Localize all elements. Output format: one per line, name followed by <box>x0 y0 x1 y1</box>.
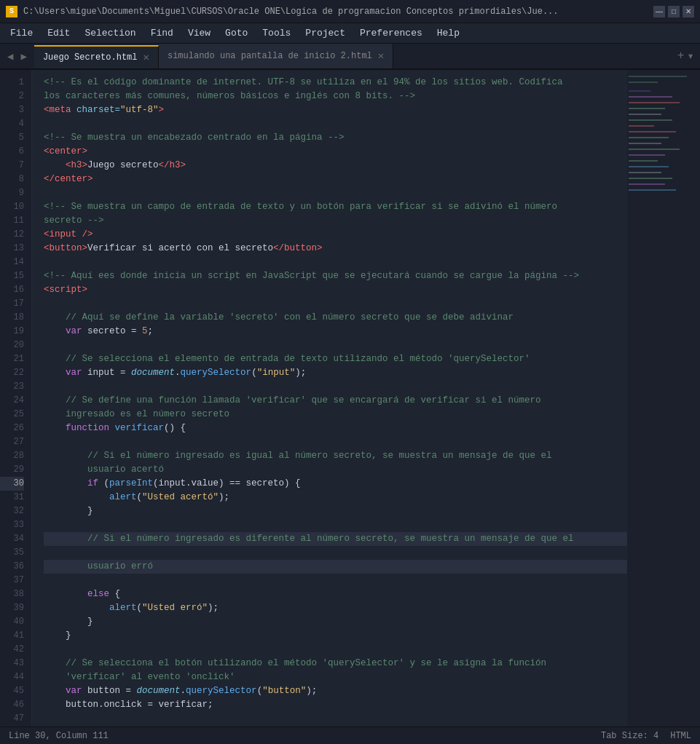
close-button[interactable]: ✕ <box>683 6 694 17</box>
line-num-31: 31 <box>0 491 24 504</box>
menu-goto[interactable]: Goto <box>218 25 255 41</box>
code-line-25b: usuario acertó <box>44 464 164 475</box>
menu-preferences[interactable]: Preferences <box>353 25 430 41</box>
line-num-34: 34 <box>0 532 24 546</box>
line-num-9: 9 <box>0 186 24 200</box>
code-line-10: <input /> <box>44 229 93 240</box>
menu-view[interactable]: View <box>181 25 218 41</box>
code-line-16: // Aquí se define la variable 'secreto' … <box>44 312 514 322</box>
add-tab-button[interactable]: + <box>677 50 685 63</box>
code-line-30: // Si el número ingresado es diferente a… <box>44 532 627 546</box>
svg-rect-12 <box>629 143 661 144</box>
close-tab-juego[interactable]: ✕ <box>143 52 149 63</box>
line-num-38: 38 <box>0 587 24 601</box>
line-num-21: 21 <box>0 352 24 366</box>
menu-edit[interactable]: Edit <box>40 25 77 41</box>
line-num-24: 24 <box>0 394 24 408</box>
line-num-12: 12 <box>0 228 24 242</box>
line-num-45: 45 <box>0 684 24 698</box>
line-num-43: 43 <box>0 657 24 670</box>
code-line-20: var input = document.querySelector("inpu… <box>44 368 306 378</box>
maximize-button[interactable]: □ <box>668 6 680 17</box>
code-line-30b: usuario erró <box>44 560 627 574</box>
code-line-26: if (parseInt(input.value) == secreto) { <box>44 478 301 488</box>
status-right: Tab Size: 4 HTML <box>601 731 691 741</box>
line-num-27: 27 <box>0 435 24 449</box>
prev-tab-arrow[interactable]: ◀ <box>4 49 16 64</box>
svg-rect-11 <box>629 137 669 138</box>
line-num-22: 22 <box>0 366 24 380</box>
titlebar: S C:\Users\migue\Documents\Miguel\CURSOS… <box>0 0 700 23</box>
code-line-34: } <box>44 630 71 641</box>
status-tab-size: Tab Size: 4 <box>601 731 658 741</box>
next-tab-arrow[interactable]: ▶ <box>17 49 29 64</box>
menu-selection[interactable]: Selection <box>77 25 143 41</box>
line-num-32: 32 <box>0 504 24 518</box>
menu-project[interactable]: Project <box>298 25 353 41</box>
line-num-28: 28 <box>0 449 24 463</box>
menubar: File Edit Selection Find View Goto Tools… <box>0 23 700 44</box>
line-num-36: 36 <box>0 560 24 574</box>
svg-rect-9 <box>629 125 654 127</box>
line-num-39: 39 <box>0 601 24 615</box>
code-line-28: } <box>44 506 93 516</box>
line-num-7: 7 <box>0 159 24 173</box>
line-num-13: 13 <box>0 242 24 256</box>
line-num-18: 18 <box>0 311 24 325</box>
tabbar: ◀ ▶ Juego Secreto.html ✕ simulando una p… <box>0 44 700 70</box>
tab-dropdown-button[interactable]: ▾ <box>687 49 694 63</box>
line-num-44: 44 <box>0 670 24 684</box>
line-num-48: 48 <box>0 726 24 727</box>
code-line-1: <!-- Es el código dominante de internet.… <box>44 77 563 87</box>
svg-rect-14 <box>629 154 665 156</box>
line-num-11: 11 <box>0 214 24 228</box>
svg-rect-20 <box>629 189 676 191</box>
status-left: Line 30, Column 111 <box>9 731 109 741</box>
line-numbers: 1 2 3 4 5 6 7 8 9 10 11 12 13 14 15 16 1… <box>0 70 32 727</box>
line-num-30: 30 <box>0 477 24 491</box>
menu-help[interactable]: Help <box>430 25 467 41</box>
app-icon-label: S <box>9 7 14 15</box>
minimap-visual <box>627 70 700 696</box>
line-num-14: 14 <box>0 256 24 269</box>
line-num-42: 42 <box>0 643 24 657</box>
tab-label-juego: Juego Secreto.html <box>43 52 138 63</box>
line-num-8: 8 <box>0 173 24 186</box>
code-line-2: <meta charset="utf-8"> <box>44 105 164 115</box>
close-tab-simulando[interactable]: ✕ <box>378 51 384 61</box>
line-num-29: 29 <box>0 463 24 477</box>
window-title: C:\Users\migue\Documents\Miguel\CURSOS\O… <box>23 7 648 17</box>
code-line-19: // Se selecciona el elemento de entrada … <box>44 354 530 364</box>
svg-rect-4 <box>629 96 672 98</box>
menu-file[interactable]: File <box>3 25 40 41</box>
minimize-button[interactable]: — <box>653 6 665 17</box>
tab-juego-secreto[interactable]: Juego Secreto.html ✕ <box>34 45 159 68</box>
code-area[interactable]: <!-- Es el código dominante de internet.… <box>32 70 627 727</box>
line-num-40: 40 <box>0 615 24 629</box>
code-line-5: <center> <box>44 146 87 157</box>
code-line-23: function verificar() { <box>44 423 186 433</box>
line-num-4: 4 <box>0 117 24 131</box>
tab-actions: + ▾ <box>672 44 700 68</box>
line-num-15: 15 <box>0 269 24 283</box>
line-num-25: 25 <box>0 408 24 422</box>
menu-find[interactable]: Find <box>143 25 181 41</box>
svg-rect-7 <box>629 114 661 115</box>
code-line-27: alert("Usted acertó"); <box>44 492 229 502</box>
line-num-5: 5 <box>0 131 24 145</box>
code-line-22b: ingresado es el número secreto <box>44 409 229 419</box>
code-line-14: <script> <box>44 285 87 295</box>
tab-label-simulando: simulando una pantalla de inicio 2.html <box>168 51 372 61</box>
tab-nav-arrows: ◀ ▶ <box>0 44 34 68</box>
svg-rect-2 <box>629 82 658 83</box>
code-line-4: <!-- Se muestra un encabezado centrado e… <box>44 132 345 143</box>
tab-simulando[interactable]: simulando una pantalla de inicio 2.html … <box>159 44 393 68</box>
line-num-2: 2 <box>0 90 24 103</box>
svg-rect-8 <box>629 119 672 121</box>
menu-tools[interactable]: Tools <box>255 25 298 41</box>
svg-rect-6 <box>629 108 665 109</box>
code-line-22: // Se define una función llamada 'verifi… <box>44 395 541 405</box>
status-line-col: Line 30, Column 111 <box>9 731 109 741</box>
line-num-17: 17 <box>0 297 24 311</box>
statusbar: Line 30, Column 111 Tab Size: 4 HTML <box>0 727 700 744</box>
